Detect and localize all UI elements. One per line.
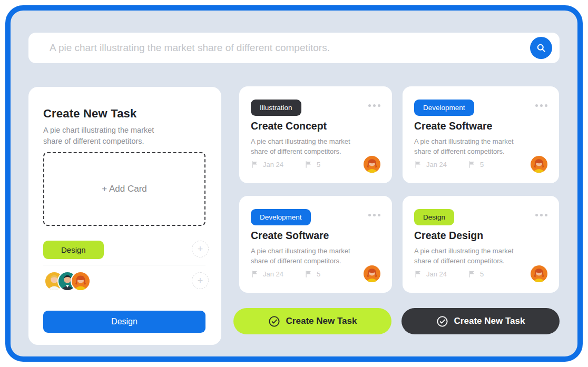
date-item: Jan 24	[251, 270, 283, 278]
task-card[interactable]: Design Create Design A pie chart illustr…	[403, 196, 559, 293]
date-label: Jan 24	[426, 161, 447, 168]
add-card-dropzone[interactable]: + Add Card	[43, 152, 205, 226]
card-badge[interactable]: Development	[251, 209, 311, 225]
flag-count-label: 5	[317, 270, 320, 278]
panel-title: Create New Task	[43, 107, 136, 121]
date-item: Jan 24	[414, 270, 447, 278]
card-footer: Jan 24 5	[251, 161, 320, 168]
badge-label: Development	[423, 104, 465, 112]
card-assignee-avatar[interactable]	[364, 265, 380, 282]
card-badge[interactable]: Illustration	[251, 100, 301, 116]
flag-icon	[305, 161, 312, 168]
date-item: Jan 24	[414, 161, 447, 168]
card-badge[interactable]: Design	[414, 209, 454, 225]
task-card[interactable]: Illustration Create Concept A pie chart …	[239, 86, 392, 183]
check-circle-icon	[436, 315, 448, 328]
card-description: A pie chart illustrating the market shar…	[251, 136, 361, 156]
search-input[interactable]	[28, 42, 560, 54]
card-menu-button[interactable]	[368, 104, 380, 107]
flag-count-label: 5	[480, 161, 484, 168]
badge-label: Design	[423, 213, 445, 221]
flag-count-item: 5	[468, 161, 484, 168]
create-new-task-button-primary[interactable]: Create New Task	[233, 308, 391, 334]
flag-count-label: 5	[317, 161, 320, 168]
plus-icon: +	[198, 244, 203, 255]
search-icon	[536, 43, 546, 53]
design-submit-label: Design	[111, 317, 138, 326]
add-card-label: + Add Card	[102, 184, 147, 194]
tag-label: Design	[61, 245, 86, 254]
plus-icon: +	[198, 275, 203, 286]
card-description: A pie chart illustrating the market shar…	[414, 246, 525, 266]
divider	[43, 265, 205, 265]
design-submit-button[interactable]: Design	[43, 311, 205, 333]
card-menu-button[interactable]	[368, 214, 380, 216]
card-description: A pie chart illustrating the market shar…	[414, 136, 525, 156]
card-menu-button[interactable]	[535, 214, 547, 216]
add-assignee-button[interactable]: +	[192, 272, 209, 289]
flag-count-label: 5	[480, 270, 484, 278]
date-label: Jan 24	[426, 270, 447, 278]
date-label: Jan 24	[263, 270, 283, 278]
tag-design[interactable]: Design	[43, 241, 104, 259]
card-description: A pie chart illustrating the market shar…	[251, 246, 361, 266]
search-button[interactable]	[530, 37, 552, 59]
card-assignee-avatar[interactable]	[364, 156, 380, 173]
button-label: Create New Task	[454, 316, 525, 326]
card-badge[interactable]: Development	[414, 100, 474, 116]
card-assignee-avatar[interactable]	[531, 156, 547, 173]
flag-count-item: 5	[305, 270, 320, 278]
flag-icon	[414, 161, 422, 168]
flag-icon	[305, 270, 312, 278]
flag-count-item: 5	[468, 270, 484, 278]
card-title: Create Concept	[251, 120, 327, 132]
task-card[interactable]: Development Create Software A pie chart …	[403, 86, 559, 183]
flag-icon	[251, 161, 259, 168]
panel-description: A pie chart illustrating the market shar…	[43, 125, 175, 147]
flag-icon	[414, 270, 422, 278]
create-new-task-button-secondary[interactable]: Create New Task	[401, 308, 560, 334]
card-footer: Jan 24 5	[251, 270, 320, 278]
card-menu-button[interactable]	[535, 104, 547, 107]
card-footer: Jan 24 5	[414, 270, 484, 278]
task-card[interactable]: Development Create Software A pie chart …	[239, 196, 392, 293]
flag-icon	[468, 270, 476, 278]
card-title: Create Design	[414, 230, 483, 242]
create-task-panel: Create New Task A pie chart illustrating…	[28, 87, 221, 345]
flag-icon	[251, 270, 259, 278]
check-circle-icon	[268, 315, 280, 328]
flag-icon	[468, 161, 476, 168]
search-bar	[28, 33, 560, 63]
avatar[interactable]	[71, 271, 91, 291]
badge-label: Development	[260, 213, 302, 221]
add-tag-button[interactable]: +	[192, 241, 209, 257]
flag-count-item: 5	[305, 161, 320, 168]
app-frame: Create New Task A pie chart illustrating…	[5, 5, 583, 362]
button-label: Create New Task	[286, 316, 357, 326]
card-assignee-avatar[interactable]	[531, 265, 547, 282]
date-label: Jan 24	[263, 161, 283, 168]
card-footer: Jan 24 5	[414, 161, 484, 168]
card-title: Create Software	[251, 230, 329, 242]
date-item: Jan 24	[251, 161, 283, 168]
badge-label: Illustration	[260, 104, 292, 112]
card-title: Create Software	[414, 120, 492, 132]
